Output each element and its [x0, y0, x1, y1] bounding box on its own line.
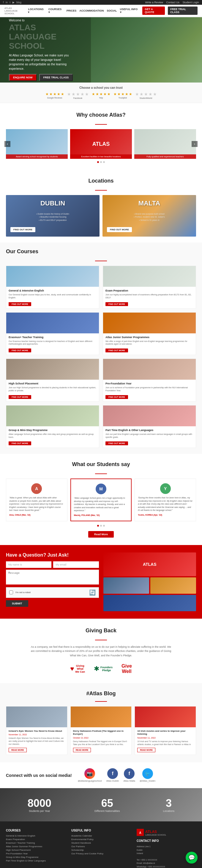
instagram-icon[interactable]: 📷 — [84, 768, 95, 779]
social-links[interactable]: f in t ▶ blog — [3, 1, 23, 4]
stat-label-1: Students per Year — [28, 809, 51, 812]
course-image-6 — [103, 359, 196, 380]
give-well-logo: Give Well — [121, 663, 132, 674]
free-trial-button[interactable]: FREE TRIAL CLASS — [168, 6, 198, 15]
contact-us-link[interactable]: Contact Us — [166, 1, 179, 4]
enquire-now-button[interactable]: ENQUIRE NOW — [9, 74, 37, 81]
blog-image-2 — [71, 707, 132, 727]
carousel-dot-3[interactable] — [103, 161, 105, 163]
twitter-top-icon[interactable]: t — [10, 1, 11, 4]
email-input[interactable] — [53, 561, 98, 568]
name-input[interactable] — [6, 561, 51, 568]
get-quote-button[interactable]: GET A QUOTE — [142, 6, 165, 15]
star-icon: ★ — [92, 92, 95, 96]
footer-link-exam[interactable]: Exam Preparation — [6, 838, 65, 841]
social-item-facebook-2[interactable]: f Atlas Malta — [123, 768, 135, 782]
footer-link-prefoundation[interactable]: Pre-Foundation Year — [6, 852, 65, 855]
write-review-link[interactable]: Write a Review — [145, 1, 163, 4]
course-btn-1[interactable]: FIND OUT MORE — [9, 302, 31, 306]
course-btn-8[interactable]: FIND OUT MORE — [106, 441, 128, 445]
social-item-instagram[interactable]: 📷 @atlaslanguageschool — [78, 768, 102, 782]
contact-form-title: Have a Question? Just Ask! — [6, 553, 99, 558]
nav-useful[interactable]: Useful Info ▾ — [120, 8, 140, 14]
carousel-next-button[interactable]: › — [192, 141, 198, 147]
facebook-icon-2[interactable]: f — [124, 768, 135, 779]
read-more-btn-1[interactable]: READ MORE — [9, 748, 27, 752]
founders-icon: ✱ — [94, 665, 99, 673]
atlas-logo-overlay: ATLAS — [92, 141, 110, 147]
message-input[interactable] — [6, 570, 99, 585]
facebook-icon-1[interactable]: f — [107, 768, 118, 779]
read-more-btn-3[interactable]: READ MORE — [137, 748, 155, 752]
footer-logo-name: ATLAS — [145, 830, 166, 834]
course-btn-6[interactable]: FIND OUT MORE — [106, 395, 128, 399]
footer-link-env-policy[interactable]: Environmental Policy — [71, 838, 131, 841]
testimonial-avatar-3: Y — [160, 483, 171, 494]
trust-label-1: Google Reviews — [47, 97, 62, 99]
star-grey-icon: ★ — [67, 92, 71, 96]
student-login-link[interactable]: Student Login — [182, 1, 199, 4]
youtube-top-icon[interactable]: ▶ — [12, 1, 15, 4]
read-more-button[interactable]: Read More — [88, 531, 114, 537]
course-title-3: Erasmus+ Teacher Training — [9, 336, 96, 339]
footer-link-erasmus[interactable]: Erasmus+ Teacher Training — [6, 842, 65, 844]
giving-back-description: As a company, we feel that there is a re… — [30, 645, 172, 657]
footer-link-privacy[interactable]: Our Privacy and Cookie Policy — [71, 852, 131, 855]
testimonial-quote-3: "During the three months that I've been … — [138, 496, 193, 512]
blog-title: #Atlas Blog — [6, 690, 196, 697]
facebook-top-icon[interactable]: f — [3, 1, 4, 4]
course-btn-2[interactable]: FIND OUT MORE — [106, 302, 128, 306]
testimonial-dot-1[interactable] — [97, 525, 99, 527]
location-card-malta[interactable]: MALTA • Brand new purpose-built school •… — [103, 195, 196, 237]
nav-courses[interactable]: Courses ▾ — [49, 8, 64, 14]
footer-link-scholarship[interactable]: Scholarship — [71, 849, 131, 851]
blog-top-icon[interactable]: blog — [16, 1, 21, 4]
nav-social[interactable]: Social — [107, 9, 117, 12]
contact-img-1: ATLAS — [104, 553, 196, 576]
course-desc-6: Join us to achieve a Foundation year pro… — [106, 386, 193, 392]
course-btn-3[interactable]: FIND OUT MORE — [9, 348, 31, 352]
logo[interactable]: ATLAS LANGUAGE SCHOOL — [4, 7, 28, 15]
testimonial-author-2: Maciej, POLAND (Mar, '22) — [74, 514, 128, 516]
chat-widget[interactable]: 💬 — [186, 852, 198, 864]
testimonial-dot-3[interactable] — [103, 525, 105, 527]
trust-section: Choose a school you can trust ★ ★ ★ ★ ★ … — [0, 83, 202, 103]
course-desc-4: We offer a range of part-time English an… — [106, 340, 193, 346]
recaptcha-checkbox[interactable] — [9, 590, 13, 594]
footer-link-handbook[interactable]: Student Handbook — [71, 842, 131, 844]
carousel-dot-1[interactable] — [97, 161, 99, 163]
social-item-twitter[interactable]: 🐦 @Atlas_Dublin — [140, 768, 155, 782]
read-more-btn-2[interactable]: READ MORE — [73, 748, 91, 752]
footer-link-calendar[interactable]: Academic Calendar — [71, 834, 131, 837]
footer-link-parttime[interactable]: Part Time English & Other Languages — [6, 859, 65, 862]
course-btn-4[interactable]: FIND OUT MORE — [106, 348, 128, 352]
course-btn-5[interactable]: FIND OUT MORE — [9, 395, 31, 399]
footer-link-highschool[interactable]: High School Placement — [6, 849, 65, 851]
linkedin-top-icon[interactable]: in — [6, 1, 8, 4]
dublin-findout-button[interactable]: FIND OUT MORE — [10, 227, 35, 232]
nav-accommodation[interactable]: Accommodation — [79, 9, 104, 12]
course-title-8: Part Time English & Other Languages — [106, 429, 193, 432]
testimonial-dot-2[interactable] — [100, 525, 102, 527]
nav-locations[interactable]: Locations ▾ — [28, 8, 45, 14]
twitter-icon[interactable]: 🐦 — [142, 768, 153, 779]
malta-findout-button[interactable]: FIND OUT MORE — [107, 227, 132, 232]
giving-logo-2: ✱ Founders Pledge — [94, 665, 113, 673]
nav-prices[interactable]: Prices — [66, 9, 77, 12]
star-grey-icon: ★ — [140, 92, 143, 96]
footer-link-group[interactable]: Group & Mini-Stay Programme — [6, 856, 65, 859]
footer-link-junior[interactable]: Atlas Junior Summer Programmes — [6, 845, 65, 848]
course-btn-7[interactable]: FIND OUT MORE — [9, 441, 31, 445]
carousel-prev-button[interactable]: ‹ — [4, 141, 10, 147]
hero-welcome: Welcome to — [9, 19, 74, 22]
submit-button[interactable]: SUBMIT — [6, 600, 28, 607]
recaptcha-box[interactable]: I'm not a robot 🔄 — [6, 587, 99, 598]
social-item-facebook-1[interactable]: f Atlas Dublin — [106, 768, 119, 782]
carousel-dot-2[interactable] — [100, 161, 102, 163]
star-rating-2: ★ ★ ★ ★ ★ — [67, 92, 89, 96]
free-trial-hero-button[interactable]: FREE TRIAL CLASS — [39, 74, 73, 81]
star-icon: ★ — [53, 92, 56, 96]
footer-link-general[interactable]: General & Intensive English — [6, 834, 65, 837]
location-card-dublin[interactable]: DUBLIN • Dublin boasts the history of Du… — [6, 195, 99, 237]
footer-link-partners[interactable]: Our Partners — [71, 845, 131, 848]
